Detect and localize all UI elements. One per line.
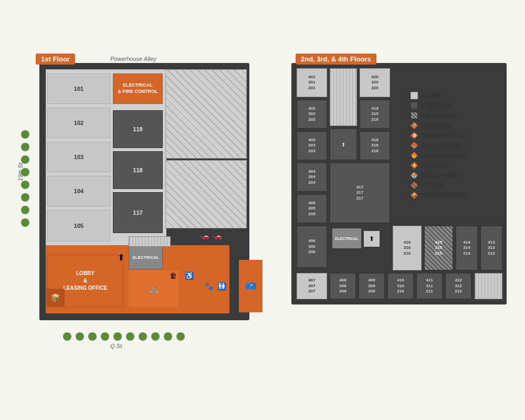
parking-mid <box>165 160 247 228</box>
bike-icon: 🚲 <box>148 283 160 295</box>
mailbox-right: 📫 <box>239 260 262 312</box>
unit-409-309-209: 409309209 <box>359 273 385 299</box>
package-label: PACKAGE ROOM <box>421 193 465 198</box>
room-105: 105 <box>47 210 110 242</box>
room-118: 118 <box>113 151 163 189</box>
2bed-swatch <box>411 112 418 119</box>
legend-studio: STUDIO <box>411 92 508 99</box>
room-103: 103 <box>47 142 110 172</box>
legend-retail: 🏪 RETAIL SPACE <box>411 172 508 179</box>
unit-413-313-213: 413313213 <box>480 226 502 270</box>
bathroom-diamond: 🚿 <box>411 122 418 129</box>
room-117: 117 <box>113 192 163 233</box>
elevator-2f: ⬆ <box>364 231 380 247</box>
elevator-icon-1f: ⬆ <box>113 249 129 265</box>
room-electrical-small: ELECTRICAL <box>129 246 163 269</box>
pet-diamond: 🐾 <box>411 182 418 189</box>
bike-diamond: 🚲 <box>411 142 418 149</box>
paw-icon: 🐾 <box>204 282 213 290</box>
unit-420-320-220: 420320220 <box>360 68 390 97</box>
trees-bottom <box>63 332 220 341</box>
alley-label: Powerhouse Alley <box>110 56 156 62</box>
unit-403-303-203: 403303203 <box>297 131 327 160</box>
unit-407-307-207: 407307207 <box>297 273 327 299</box>
unit-405-305-205: 405305205 <box>297 194 327 223</box>
room-104: 104 <box>47 176 110 206</box>
retail-diamond: 🏪 <box>411 172 418 179</box>
unit-415-315-215: 415315215 <box>424 226 453 270</box>
first-floor-label: 1st Floor <box>36 54 75 65</box>
street-label-q: Q St. <box>110 343 123 349</box>
trash-diamond: ♻ <box>411 132 418 139</box>
wc-icon: 🚻 <box>217 282 226 290</box>
unit-404-304-204: 404304204 <box>297 163 327 192</box>
1bed-swatch <box>411 102 418 109</box>
elevator-core: ⬆ <box>330 129 357 160</box>
unit-412-312-212: 412312212 <box>445 273 471 299</box>
unit-411-311-211: 411311211 <box>416 273 443 299</box>
legend-1bed: 1 BEDROOM <box>411 102 508 109</box>
room-electrical-fire: ELECTRICAL& FIRE CONTROL <box>113 74 163 104</box>
stairs-2f-bottom <box>475 273 502 299</box>
unit-402-302-202: 402302202 <box>297 100 327 129</box>
retail-label: RETAIL SPACE <box>421 173 459 178</box>
entry-marks: -🚗 -🚗 <box>200 228 247 244</box>
1bed-label: 1 BEDROOM <box>421 103 453 109</box>
unit-416-316-216: 416316216 <box>393 226 422 270</box>
amenity-icons-row: 🐾 🚻 <box>194 278 236 294</box>
legend-2bed: 2 BEDROOMS <box>411 112 508 119</box>
legend-fitness: 💪 FITNESS CENTER <box>411 152 508 159</box>
bike-label: BIKE STORAGE <box>421 143 461 149</box>
package-icon-1f: 📦 <box>46 289 65 307</box>
studio-swatch <box>411 92 418 99</box>
legend-panel: STUDIO 1 BEDROOM 2 BEDROOMS 🚿 BATHROOM ♻… <box>411 92 508 202</box>
unit-408-308-208: 408308208 <box>330 273 356 299</box>
room-102: 102 <box>47 108 110 138</box>
elevator-label: ELEVATOR <box>421 163 449 169</box>
legend-bathroom: 🚿 BATHROOM <box>411 122 508 129</box>
bathroom-label: BATHROOM <box>421 123 452 129</box>
pet-label: PET SPA <box>421 183 443 188</box>
legend-package: 📦 PACKAGE ROOM <box>411 192 508 199</box>
stairs-2f-top <box>330 68 357 126</box>
parking-top <box>165 69 247 159</box>
first-floor-plan: 1st Floor Powerhouse Alley 19th St. Q St… <box>32 63 257 331</box>
2bed-label: 2 BEDROOMS <box>421 113 456 119</box>
second-floor-label: 2nd, 3rd, & 4th Floors <box>296 54 376 65</box>
trash-icon-1f: 🗑 <box>165 268 181 284</box>
legend-pet: 🐾 PET SPA <box>411 182 508 189</box>
legend-elevator: ⬆ ELEVATOR <box>411 162 508 169</box>
unit-417-317-217: 417317217 <box>330 163 390 223</box>
unit-410-310-210: 410310210 <box>387 273 414 299</box>
trash-label: TRASH/RECYCLE <box>421 133 466 139</box>
fitness-diamond: 💪 <box>411 152 418 159</box>
studio-label: STUDIO <box>421 93 441 99</box>
package-diamond: 📦 <box>411 192 418 199</box>
legend-bike: 🚲 BIKE STORAGE <box>411 142 508 149</box>
stairs-1f <box>129 236 171 247</box>
room-119: 119 <box>113 110 163 148</box>
unit-418-318-218: 418318218 <box>360 131 390 160</box>
unit-406-306-206: 406306206 <box>297 226 327 268</box>
trees-left <box>20 79 30 278</box>
legend-trash: ♻ TRASH/RECYCLE <box>411 132 508 139</box>
elevator-diamond: ⬆ <box>411 162 418 169</box>
fitness-label: FITNESS CENTER <box>421 153 466 159</box>
unit-419-319-219: 419319219 <box>360 100 390 129</box>
unit-401-301-201: 401301201 <box>297 68 327 97</box>
unit-414-314-214: 414314214 <box>456 226 478 270</box>
electrical-2f: ELECTRICAL <box>332 228 361 248</box>
room-101: 101 <box>47 74 110 104</box>
